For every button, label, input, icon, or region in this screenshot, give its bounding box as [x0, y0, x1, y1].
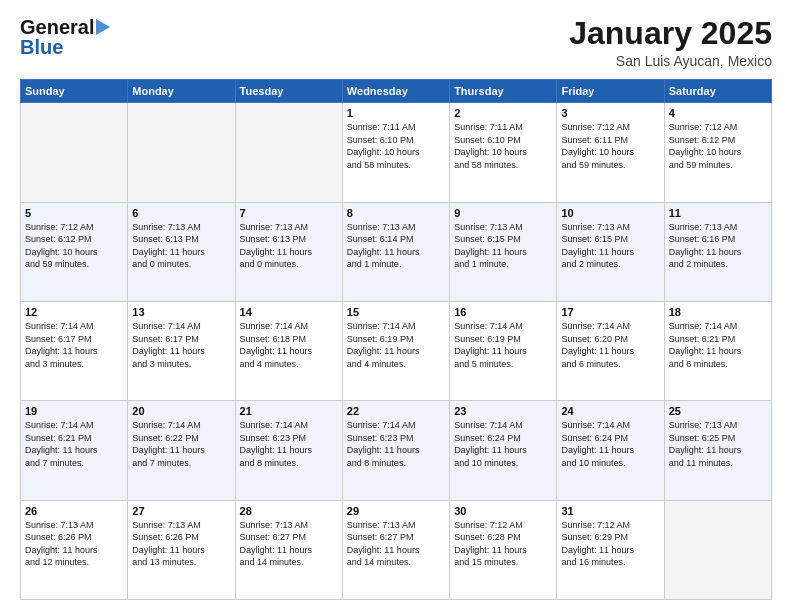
day-info: Sunrise: 7:14 AM Sunset: 6:21 PM Dayligh… — [669, 320, 767, 370]
table-row: 6Sunrise: 7:13 AM Sunset: 6:13 PM Daylig… — [128, 202, 235, 301]
table-row: 29Sunrise: 7:13 AM Sunset: 6:27 PM Dayli… — [342, 500, 449, 599]
logo-arrow-icon — [96, 19, 110, 35]
table-row: 23Sunrise: 7:14 AM Sunset: 6:24 PM Dayli… — [450, 401, 557, 500]
calendar-week-row: 5Sunrise: 7:12 AM Sunset: 6:12 PM Daylig… — [21, 202, 772, 301]
table-row: 25Sunrise: 7:13 AM Sunset: 6:25 PM Dayli… — [664, 401, 771, 500]
calendar-week-row: 26Sunrise: 7:13 AM Sunset: 6:26 PM Dayli… — [21, 500, 772, 599]
table-row: 4Sunrise: 7:12 AM Sunset: 6:12 PM Daylig… — [664, 103, 771, 202]
day-number: 24 — [561, 405, 659, 417]
table-row: 26Sunrise: 7:13 AM Sunset: 6:26 PM Dayli… — [21, 500, 128, 599]
day-info: Sunrise: 7:14 AM Sunset: 6:20 PM Dayligh… — [561, 320, 659, 370]
table-row — [21, 103, 128, 202]
table-row — [128, 103, 235, 202]
title-block: January 2025 San Luis Ayucan, Mexico — [569, 16, 772, 69]
logo: General Blue — [20, 16, 110, 58]
day-info: Sunrise: 7:11 AM Sunset: 6:10 PM Dayligh… — [347, 121, 445, 171]
day-number: 4 — [669, 107, 767, 119]
day-number: 23 — [454, 405, 552, 417]
day-info: Sunrise: 7:13 AM Sunset: 6:13 PM Dayligh… — [240, 221, 338, 271]
day-number: 14 — [240, 306, 338, 318]
table-row — [235, 103, 342, 202]
day-number: 20 — [132, 405, 230, 417]
day-number: 21 — [240, 405, 338, 417]
day-info: Sunrise: 7:14 AM Sunset: 6:23 PM Dayligh… — [240, 419, 338, 469]
day-number: 10 — [561, 207, 659, 219]
day-info: Sunrise: 7:14 AM Sunset: 6:22 PM Dayligh… — [132, 419, 230, 469]
header-wednesday: Wednesday — [342, 80, 449, 103]
page-title: January 2025 — [569, 16, 772, 51]
table-row: 12Sunrise: 7:14 AM Sunset: 6:17 PM Dayli… — [21, 301, 128, 400]
table-row: 11Sunrise: 7:13 AM Sunset: 6:16 PM Dayli… — [664, 202, 771, 301]
header-sunday: Sunday — [21, 80, 128, 103]
day-number: 9 — [454, 207, 552, 219]
day-info: Sunrise: 7:14 AM Sunset: 6:24 PM Dayligh… — [454, 419, 552, 469]
day-info: Sunrise: 7:13 AM Sunset: 6:26 PM Dayligh… — [25, 519, 123, 569]
logo-general: General — [20, 16, 94, 38]
day-number: 13 — [132, 306, 230, 318]
table-row: 27Sunrise: 7:13 AM Sunset: 6:26 PM Dayli… — [128, 500, 235, 599]
days-header-row: Sunday Monday Tuesday Wednesday Thursday… — [21, 80, 772, 103]
table-row: 22Sunrise: 7:14 AM Sunset: 6:23 PM Dayli… — [342, 401, 449, 500]
header-saturday: Saturday — [664, 80, 771, 103]
day-number: 22 — [347, 405, 445, 417]
table-row: 30Sunrise: 7:12 AM Sunset: 6:28 PM Dayli… — [450, 500, 557, 599]
table-row: 31Sunrise: 7:12 AM Sunset: 6:29 PM Dayli… — [557, 500, 664, 599]
calendar-table: Sunday Monday Tuesday Wednesday Thursday… — [20, 79, 772, 600]
day-info: Sunrise: 7:12 AM Sunset: 6:12 PM Dayligh… — [25, 221, 123, 271]
header-monday: Monday — [128, 80, 235, 103]
logo-blue: Blue — [20, 36, 63, 58]
table-row: 15Sunrise: 7:14 AM Sunset: 6:19 PM Dayli… — [342, 301, 449, 400]
table-row: 7Sunrise: 7:13 AM Sunset: 6:13 PM Daylig… — [235, 202, 342, 301]
day-info: Sunrise: 7:12 AM Sunset: 6:11 PM Dayligh… — [561, 121, 659, 171]
day-info: Sunrise: 7:14 AM Sunset: 6:18 PM Dayligh… — [240, 320, 338, 370]
day-number: 28 — [240, 505, 338, 517]
day-number: 16 — [454, 306, 552, 318]
page: General Blue January 2025 San Luis Ayuca… — [0, 0, 792, 612]
page-subtitle: San Luis Ayucan, Mexico — [569, 53, 772, 69]
header: General Blue January 2025 San Luis Ayuca… — [20, 16, 772, 69]
table-row: 1Sunrise: 7:11 AM Sunset: 6:10 PM Daylig… — [342, 103, 449, 202]
day-number: 1 — [347, 107, 445, 119]
day-info: Sunrise: 7:13 AM Sunset: 6:13 PM Dayligh… — [132, 221, 230, 271]
day-info: Sunrise: 7:13 AM Sunset: 6:14 PM Dayligh… — [347, 221, 445, 271]
day-number: 6 — [132, 207, 230, 219]
table-row: 16Sunrise: 7:14 AM Sunset: 6:19 PM Dayli… — [450, 301, 557, 400]
day-number: 3 — [561, 107, 659, 119]
header-thursday: Thursday — [450, 80, 557, 103]
table-row: 5Sunrise: 7:12 AM Sunset: 6:12 PM Daylig… — [21, 202, 128, 301]
day-info: Sunrise: 7:14 AM Sunset: 6:23 PM Dayligh… — [347, 419, 445, 469]
day-number: 8 — [347, 207, 445, 219]
header-friday: Friday — [557, 80, 664, 103]
day-info: Sunrise: 7:13 AM Sunset: 6:27 PM Dayligh… — [347, 519, 445, 569]
table-row: 14Sunrise: 7:14 AM Sunset: 6:18 PM Dayli… — [235, 301, 342, 400]
table-row: 17Sunrise: 7:14 AM Sunset: 6:20 PM Dayli… — [557, 301, 664, 400]
calendar-week-row: 19Sunrise: 7:14 AM Sunset: 6:21 PM Dayli… — [21, 401, 772, 500]
day-info: Sunrise: 7:11 AM Sunset: 6:10 PM Dayligh… — [454, 121, 552, 171]
day-number: 17 — [561, 306, 659, 318]
day-info: Sunrise: 7:14 AM Sunset: 6:24 PM Dayligh… — [561, 419, 659, 469]
day-number: 26 — [25, 505, 123, 517]
day-number: 7 — [240, 207, 338, 219]
day-number: 2 — [454, 107, 552, 119]
table-row: 10Sunrise: 7:13 AM Sunset: 6:15 PM Dayli… — [557, 202, 664, 301]
day-info: Sunrise: 7:14 AM Sunset: 6:21 PM Dayligh… — [25, 419, 123, 469]
header-tuesday: Tuesday — [235, 80, 342, 103]
table-row: 9Sunrise: 7:13 AM Sunset: 6:15 PM Daylig… — [450, 202, 557, 301]
day-number: 27 — [132, 505, 230, 517]
day-info: Sunrise: 7:12 AM Sunset: 6:12 PM Dayligh… — [669, 121, 767, 171]
day-number: 25 — [669, 405, 767, 417]
day-info: Sunrise: 7:14 AM Sunset: 6:17 PM Dayligh… — [25, 320, 123, 370]
day-info: Sunrise: 7:13 AM Sunset: 6:26 PM Dayligh… — [132, 519, 230, 569]
day-info: Sunrise: 7:13 AM Sunset: 6:27 PM Dayligh… — [240, 519, 338, 569]
table-row: 2Sunrise: 7:11 AM Sunset: 6:10 PM Daylig… — [450, 103, 557, 202]
day-info: Sunrise: 7:14 AM Sunset: 6:17 PM Dayligh… — [132, 320, 230, 370]
table-row — [664, 500, 771, 599]
day-number: 11 — [669, 207, 767, 219]
table-row: 3Sunrise: 7:12 AM Sunset: 6:11 PM Daylig… — [557, 103, 664, 202]
day-info: Sunrise: 7:14 AM Sunset: 6:19 PM Dayligh… — [347, 320, 445, 370]
table-row: 19Sunrise: 7:14 AM Sunset: 6:21 PM Dayli… — [21, 401, 128, 500]
table-row: 8Sunrise: 7:13 AM Sunset: 6:14 PM Daylig… — [342, 202, 449, 301]
day-info: Sunrise: 7:13 AM Sunset: 6:25 PM Dayligh… — [669, 419, 767, 469]
day-info: Sunrise: 7:13 AM Sunset: 6:15 PM Dayligh… — [454, 221, 552, 271]
table-row: 18Sunrise: 7:14 AM Sunset: 6:21 PM Dayli… — [664, 301, 771, 400]
